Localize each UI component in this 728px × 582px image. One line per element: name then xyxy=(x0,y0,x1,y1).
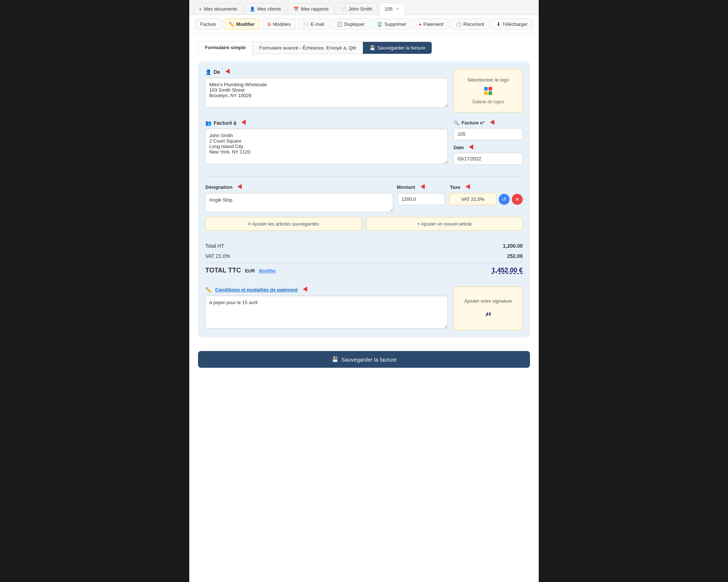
document-icon: 📄 xyxy=(341,7,347,12)
save-footer-icon: 💾 xyxy=(332,356,339,363)
modeles-button[interactable]: ⊞ Modèles xyxy=(262,19,296,30)
save-tab-icon: 💾 xyxy=(369,45,375,51)
download-icon: ⬇ xyxy=(496,21,500,27)
paiement-button[interactable]: ● Paiement xyxy=(414,19,448,30)
color-grid-icon xyxy=(484,87,492,95)
from-person-icon: 👤 xyxy=(205,69,211,75)
tab-mes-documents[interactable]: ≡ Mes documents xyxy=(194,3,243,15)
tab-bar: ≡ Mes documents 👤 Mes clients 📅 Mes rapp… xyxy=(189,0,539,15)
form-area: 👤 De Mike's Plumbing Wholesale 103 Smith… xyxy=(198,61,530,338)
date-input[interactable] xyxy=(454,153,523,165)
payment-pencil-icon: ✏️ xyxy=(205,287,211,293)
facture-button[interactable]: Facture xyxy=(195,19,221,30)
designation-arrow xyxy=(237,184,242,190)
logo-selector-box[interactable]: Sélectionner le logo Galerie de logos xyxy=(454,69,523,112)
magnifier-icon: 🔍 xyxy=(454,120,459,125)
add-saved-articles-button[interactable]: ≡ Ajouter les articles sauvegardés xyxy=(205,217,362,231)
item-tax-field: ↺ ✕ xyxy=(449,193,523,205)
tab-formulaire-simple[interactable]: Formulaire simple xyxy=(198,41,253,54)
invoice-number-label: 🔍 Facture n° xyxy=(454,120,523,126)
amount-input[interactable] xyxy=(397,193,445,205)
dupliquer-button[interactable]: 📋 Dupliquer xyxy=(332,19,370,30)
email-button[interactable]: ✉️ E-mail xyxy=(298,19,329,30)
reset-tax-button[interactable]: ↺ xyxy=(499,194,510,205)
tab-doc-105[interactable]: 105 ✕ xyxy=(379,3,405,15)
invoice-number-arrow xyxy=(490,120,494,126)
circle-icon: ● xyxy=(419,21,422,27)
email-icon: ✉️ xyxy=(303,21,309,27)
payment-conditions-textarea[interactable] xyxy=(205,296,448,328)
user-icon: 👤 xyxy=(250,7,255,12)
invoice-number-input[interactable] xyxy=(454,128,523,140)
recurrent-button[interactable]: 🕐 Récurrent xyxy=(451,19,489,30)
bill-right: 🔍 Facture n° Date xyxy=(454,120,523,169)
tab-formulaire-avance[interactable]: Formulaire avancé - Échéance, Envoyé à, … xyxy=(253,41,363,54)
grid-icon: ⊞ xyxy=(267,21,271,27)
save-footer: 💾 Sauvegarder la facture xyxy=(189,345,539,374)
payment-right: Ajouter votre signature 𝓃 xyxy=(454,287,523,330)
bill-left: 👥 Facturé à John Smith 2 Court Square Lo… xyxy=(205,120,448,169)
item-designation-field: Angle Stop xyxy=(205,193,393,214)
telecharger-button[interactable]: ⬇ Télécharger xyxy=(491,19,533,30)
payment-conditions-label: ✏️ Conditions et modalités de paiement xyxy=(205,287,448,293)
toolbar: Facture ✏️ Modifier ⊞ Modèles ✉️ E-mail … xyxy=(189,15,539,34)
app-container: ≡ Mes documents 👤 Mes clients 📅 Mes rapp… xyxy=(189,0,539,582)
tax-arrow xyxy=(466,184,470,190)
billed-to-arrow xyxy=(241,120,246,126)
clock-icon: 🕐 xyxy=(456,21,462,27)
total-ttc-row: TOTAL TTC EUR Modifier 1,452.00 € xyxy=(205,263,523,276)
from-right: Sélectionner le logo Galerie de logos xyxy=(454,69,523,112)
from-arrow-indicator xyxy=(225,69,230,75)
tab-mes-clients[interactable]: 👤 Mes clients xyxy=(244,3,286,15)
payment-conditions-arrow xyxy=(303,287,307,293)
date-arrow xyxy=(469,144,473,151)
payment-left: ✏️ Conditions et modalités de paiement xyxy=(205,287,448,330)
item-row: Angle Stop ↺ ✕ xyxy=(205,193,523,214)
total-ht-row: Total HT 1,200.00 xyxy=(205,241,523,251)
tax-input[interactable] xyxy=(449,193,496,205)
calendar-icon: 📅 xyxy=(293,7,299,12)
tab-mes-rapports[interactable]: 📅 Mes rapports xyxy=(288,3,334,15)
date-label: Date xyxy=(454,144,523,151)
amount-arrow xyxy=(420,184,425,190)
pencil-icon: ✏️ xyxy=(229,21,234,27)
vat-row: VAT 21.0% 252.00 xyxy=(205,251,523,261)
designation-header: Désignation xyxy=(205,184,391,190)
billed-to-icon: 👥 xyxy=(205,120,211,126)
tab-john-smith[interactable]: 📄 John Smith xyxy=(336,3,378,15)
refresh-icon: ↺ xyxy=(502,196,506,202)
billed-to-textarea[interactable]: John Smith 2 Court Square Long Island Ci… xyxy=(205,129,448,164)
tax-header: Taxe xyxy=(450,184,523,190)
save-footer-button[interactable]: 💾 Sauvegarder la facture xyxy=(198,351,530,368)
form-tabs: Formulaire simple Formulaire avancé - Éc… xyxy=(198,41,530,54)
signature-graphic: 𝓃 xyxy=(485,306,492,319)
designation-textarea[interactable]: Angle Stop xyxy=(205,193,393,212)
bill-section: 👥 Facturé à John Smith 2 Court Square Lo… xyxy=(205,120,523,177)
main-content: Formulaire simple Formulaire avancé - Éc… xyxy=(189,34,539,345)
from-left: 👤 De Mike's Plumbing Wholesale 103 Smith… xyxy=(205,69,448,112)
from-label: 👤 De xyxy=(205,69,448,75)
modifier-button[interactable]: ✏️ Modifier xyxy=(223,19,260,30)
action-row: ≡ Ajouter les articles sauvegardés + Ajo… xyxy=(205,217,523,231)
add-new-article-button[interactable]: + Ajouter un nouvel article xyxy=(366,217,523,231)
close-icon: ✕ xyxy=(515,196,519,202)
payment-section: ✏️ Conditions et modalités de paiement A… xyxy=(205,287,523,330)
trash-icon: 🗑️ xyxy=(377,21,383,27)
invoice-number-group: 🔍 Facture n° xyxy=(454,120,523,140)
from-textarea[interactable]: Mike's Plumbing Wholesale 103 Smith Stre… xyxy=(205,78,448,108)
items-section: Désignation Montant Taxe xyxy=(205,184,523,231)
date-group: Date xyxy=(454,144,523,165)
remove-tax-button[interactable]: ✕ xyxy=(512,194,523,205)
item-amount-field xyxy=(397,193,445,205)
from-section: 👤 De Mike's Plumbing Wholesale 103 Smith… xyxy=(205,69,523,112)
totals-section: Total HT 1,200.00 VAT 21.0% 252.00 TOTAL… xyxy=(205,238,523,279)
items-header: Désignation Montant Taxe xyxy=(205,184,523,190)
billed-to-label: 👥 Facturé à xyxy=(205,120,448,126)
amount-header: Montant xyxy=(397,184,444,190)
copy-icon: 📋 xyxy=(337,21,343,27)
signature-box[interactable]: Ajouter votre signature 𝓃 xyxy=(454,287,523,330)
currency-modifier-link[interactable]: Modifier xyxy=(259,268,276,274)
supprimer-button[interactable]: 🗑️ Supprimer xyxy=(372,19,411,30)
tab-close-icon[interactable]: ✕ xyxy=(396,7,399,11)
save-facture-tab-button[interactable]: 💾 Sauvegarder la facture xyxy=(363,42,432,54)
